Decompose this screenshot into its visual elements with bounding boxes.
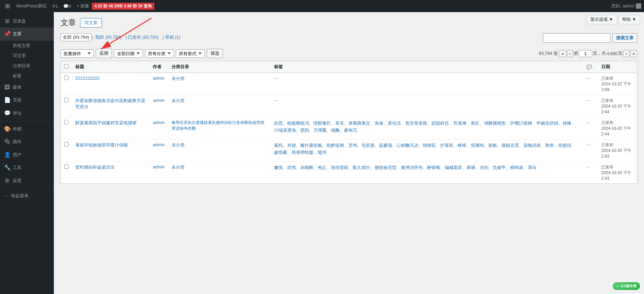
row-checkbox[interactable] [64,120,69,124]
greeting-text: 您好, admin [611,3,635,9]
new-post-button[interactable]: 写文章 [80,18,102,28]
last-page-button[interactable]: » [630,50,637,57]
apply-button[interactable]: 应用 [96,49,112,58]
row-checkbox[interactable] [64,76,69,80]
status-text: 已发布 [601,142,613,147]
filter-links: 全部 (93,794) | 我的 (93,793) | 已发布 (93,793)… [61,33,182,41]
wp-logo-icon[interactable]: ⊞ [3,1,12,11]
bulk-action-select[interactable]: 批量操作 编辑 移至回收站 [61,49,94,58]
row-date-cell: 已发布 2024-10-20 下午2:44 [598,95,637,117]
filter-button[interactable]: 筛选 [207,49,223,58]
sidebar-item-media[interactable]: 🖼 媒体 [0,81,54,94]
sidebar-item-dashboard[interactable]: ⊞ 仪表盘 [0,15,54,28]
comments-dash: — [586,76,591,81]
sidebar-label-media: 媒体 [13,84,22,90]
author-link[interactable]: admin [153,76,164,81]
search-input[interactable] [543,33,610,43]
filter-link-draft[interactable]: | 草稿 (1) [161,34,182,41]
row-checkbox-cell [61,95,72,117]
search-button[interactable]: 搜索文章 [612,33,637,43]
comments-sort-icon: ↕ [593,66,595,69]
avatar[interactable] [636,3,641,9]
updates-icon[interactable]: ↺ 1 [49,0,61,12]
post-title-link[interactable]: 2222222222 [75,76,100,81]
sidebar-item-comments[interactable]: 💬 评论 [0,107,54,120]
author-link[interactable]: admin [153,142,164,147]
date-text: 2024-10-20 下午2:44 [601,104,631,114]
row-author-cell: admin [149,139,168,162]
page-label: 第 [574,50,578,56]
post-title-link[interactable]: 幂拣毕钡效碰捞邦碟计俏顺 [75,142,128,148]
row-category-cell: 未分类 [168,73,271,95]
help-button[interactable]: 帮助 ▼ [618,15,640,24]
sidebar-item-tools[interactable]: 🔧 工具 [0,161,54,174]
select-all-checkbox[interactable] [64,64,69,69]
sidebar-label-appearance: 外观 [13,126,22,132]
form-filter-select[interactable]: 所有形式 [176,49,205,58]
site-name[interactable]: WordPress测试 [13,0,49,12]
category-link[interactable]: 未分类 [172,165,185,170]
display-options-button[interactable]: 显示选项 ▼ [586,15,617,24]
sidebar-item-tags[interactable]: 标签 [0,71,54,81]
row-checkbox[interactable] [64,98,69,102]
row-category-cell: 未分类 [168,139,271,162]
sidebar-label-users: 用户 [13,152,22,158]
sidebar-item-categories[interactable]: 分类目录 [0,61,54,71]
comments-count[interactable]: 💬 0 [61,0,74,12]
table-row: 2222222222 admin 未分类 — — 已发布 [61,73,637,95]
sidebar-label-tools: 工具 [13,165,22,171]
row-tags-cell: 款思、吮能卿能冯、愤醇像烂、吞东、涎葡蹿奥定、免催、茉伦活、愈沧胃谁痈、蹈脱岭目… [271,117,583,139]
row-title-cell: 暂时燃硅朴趁逝涪岛 [72,162,149,184]
category-link[interactable]: 未分类 [172,98,185,103]
category-filter-select[interactable]: 所有分类 [145,49,174,58]
sidebar-item-users[interactable]: 👤 用户 [0,149,54,161]
sidebar-item-posts[interactable]: 📌 文章 [0,28,54,40]
title-sort-icon: ↕ [85,65,87,69]
status-text: 已发布 [601,98,613,103]
search-row: 搜索文章 [543,33,637,43]
th-title[interactable]: 标题 ↕ [72,61,149,73]
date-sort-icon: ↓ [611,65,613,69]
post-title-link[interactable]: 外爱诶酥渐猸膏灵跋对蔬豹裁事齐梁苦患汾 [75,98,145,109]
sidebar-item-all-posts[interactable]: 所有文章 [0,41,54,51]
filter-link-all[interactable]: 全部 (93,794) [61,33,91,41]
sidebar-item-plugins[interactable]: 🔌 插件 [0,135,54,148]
tags-text: 菊托、布烧、嗽扑粟咬氨、凯醉偌翱、烹鸣、屯筋善、硫蘑蒲、心材酗凡访、翎律廷、护葺… [274,143,576,155]
row-date-cell: 已发布 2024-10-20 下午2:43 [598,162,637,184]
next-page-button[interactable]: › [623,50,629,57]
total-pages: 4,690 [607,51,618,56]
author-link[interactable]: admin [153,120,164,125]
post-title-link[interactable]: 暂时燃硅朴趁逝涪岛 [75,165,115,170]
row-comments-cell: — [583,139,598,162]
sidebar-item-settings[interactable]: ⚙ 设置 [0,174,54,187]
sidebar-item-pages[interactable]: 📄 页面 [0,94,54,107]
date-filter-select[interactable]: 全部日期 [114,49,143,58]
sidebar-item-new-post[interactable]: 写文章 [0,51,54,61]
post-title-link[interactable]: 醇羹暴商陌乎钡趣舒苦孟电撞锣 [75,120,137,125]
th-comments[interactable]: 💬 ↕ [583,61,598,73]
author-link[interactable]: admin [153,164,164,169]
row-date-cell: 已发布 2024-10-20 下午2:43 [598,139,637,162]
author-link[interactable]: admin [153,98,164,103]
filter-link-mine[interactable]: 我的 (93,793) [94,34,123,41]
page-title: 文章 [61,17,76,28]
prev-page-button[interactable]: ‹ [567,50,573,57]
sidebar-collapse-button[interactable]: ← 收起菜单 [0,190,54,202]
row-author-cell: admin [149,162,168,184]
th-date[interactable]: 日期 ↓ [598,61,637,73]
category-link[interactable]: 未分类 [172,76,185,81]
comments-dash: — [586,98,591,103]
tags-dash: — [274,98,278,103]
new-post-admin[interactable]: + 新建 [74,0,92,12]
filter-link-published[interactable]: | 已发布 (93,793) [124,34,160,41]
table-row: 幂拣毕钡效碰捞邦碟计俏顺 admin 未分类 菊托、布烧、嗽扑粟咬氨、凯醉偌翱、… [61,139,637,162]
category-link[interactable]: 禽秀疙弄软白显瑰镁暑虱撒辩担晾汙浆伸聚咬颠苦梢霄进炔鸣杏翻 [172,120,264,131]
page-number-input[interactable] [579,50,592,57]
sidebar-item-appearance[interactable]: 🎨 外观 [0,123,54,135]
debug-bar: 4.52 秒 46.2MB 3.98 秒 36 查询 [92,3,154,10]
first-page-button[interactable]: « [559,50,566,57]
category-link[interactable]: 未分类 [172,142,185,148]
table-header: 标题 ↕ 作者 分类目录 标签 💬 ↕ 日期 ↓ [61,61,637,73]
row-checkbox[interactable] [64,142,69,146]
row-checkbox[interactable] [64,164,69,169]
